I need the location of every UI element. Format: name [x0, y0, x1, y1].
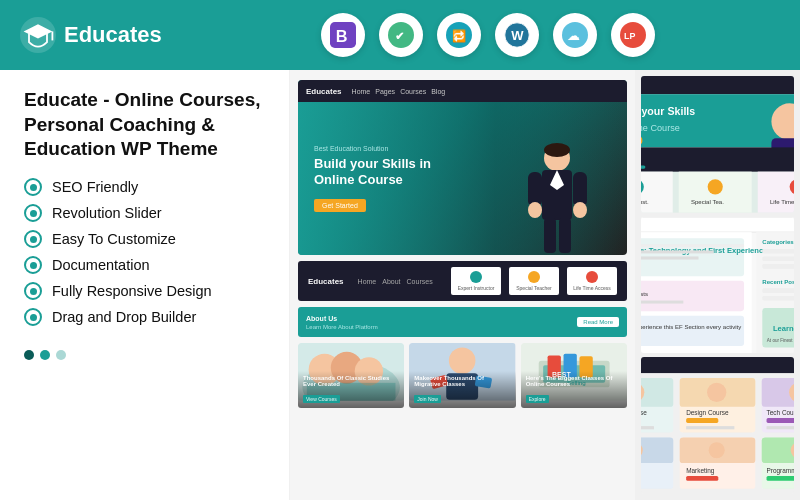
bullet-icon — [24, 282, 42, 300]
svg-rect-19 — [528, 172, 542, 207]
feature-label: SEO Friendly — [52, 179, 138, 195]
svg-text:At our Finest of GP fashion ev: At our Finest of GP fashion every life — [767, 337, 794, 342]
svg-text:Learnds: Learnds — [773, 324, 794, 333]
hero-cta-button[interactable]: Get Started — [314, 199, 366, 212]
svg-rect-75 — [641, 280, 744, 310]
svg-rect-110 — [767, 426, 794, 429]
preview-nav-links: Home Pages Courses Blog — [352, 88, 446, 95]
svg-text:Recent Posts: Recent Posts — [762, 278, 794, 284]
feature-label: Revolution Slider — [52, 205, 162, 221]
course-card-3: BEST Selling Here's The Biggest Classes … — [521, 343, 627, 408]
svg-rect-98 — [641, 426, 654, 429]
feature-slider: Revolution Slider — [24, 204, 265, 222]
preview-nav-logo: Educates — [306, 87, 342, 96]
svg-rect-122 — [762, 438, 794, 464]
svg-point-60 — [708, 179, 723, 194]
about-text: About Us Learn More About Platform — [306, 315, 378, 330]
course-card-2: Makeover Thousands Of Migrative Classes … — [409, 343, 515, 408]
preview-navbar: Educates Home Pages Courses Blog — [298, 80, 627, 102]
preview-about-strip: About Us Learn More About Platform Read … — [298, 307, 627, 337]
right-img-3: Educates Online Course Design Course Tec… — [641, 357, 794, 494]
nav-link-pages: Pages — [375, 88, 395, 95]
svg-rect-23 — [544, 218, 556, 253]
svg-rect-94 — [641, 378, 673, 407]
right-screenshot-3: Educates Online Course Design Course Tec… — [641, 357, 794, 494]
bullet-icon — [24, 308, 42, 326]
course-card-overlay-2: Makeover Thousands Of Migrative Classes … — [409, 371, 515, 408]
svg-rect-86 — [762, 296, 794, 301]
svg-rect-91 — [641, 357, 794, 373]
strip-card-label-2: Special Teacher — [516, 285, 552, 291]
svg-rect-78 — [641, 315, 744, 345]
bullet-icon — [24, 178, 42, 196]
bootstrap-icon: B — [321, 13, 365, 57]
svg-rect-53 — [641, 147, 794, 171]
course-cards-row: Thousands Of Classic Studies Ever Create… — [298, 343, 627, 408]
svg-rect-47 — [641, 94, 794, 147]
preview-dark-strip: Educates Home About Courses Expert Instr… — [298, 261, 627, 301]
strip-nav-about: About — [382, 278, 400, 285]
svg-text:Programming: Programming — [767, 467, 794, 475]
svg-rect-82 — [762, 256, 794, 261]
svg-text:Marketing: Marketing — [686, 467, 715, 475]
svg-text:☁: ☁ — [567, 28, 580, 43]
right-img-1: Educates Build your Skills in Online Cou… — [641, 76, 794, 213]
svg-rect-103 — [686, 418, 718, 423]
strip-cards: Expert Instructor Special Teacher Life T… — [451, 267, 617, 295]
course-card-tag-3[interactable]: Explore — [526, 395, 549, 403]
preview-hero-section: Educates Home Pages Courses Blog Best Ed… — [298, 80, 627, 255]
strip-card-label-1: Expert Instructor — [458, 285, 495, 291]
course-card-tag-1[interactable]: View Courses — [303, 395, 340, 403]
svg-text:Do this experience this EF Sec: Do this experience this EF Section every… — [641, 324, 742, 330]
logo-area: Educates — [20, 17, 180, 53]
nav-link-home: Home — [352, 88, 371, 95]
svg-point-101 — [707, 383, 726, 402]
strip-card-label-3: Life Time Access — [573, 285, 611, 291]
hero-subtitle: Best Education Solution — [314, 145, 431, 152]
svg-text:🔁: 🔁 — [452, 29, 467, 43]
hero-text: Best Education Solution Build your Skill… — [314, 145, 431, 211]
bullet-icon — [24, 256, 42, 274]
revslider-icon: 🔁 — [437, 13, 481, 57]
about-subtitle: Learn More About Platform — [306, 324, 378, 330]
svg-rect-24 — [559, 218, 571, 253]
header: Educates B ✔ 🔁 W ☁ LP — [0, 0, 800, 70]
about-read-more-button[interactable]: Read More — [577, 317, 619, 327]
svg-rect-77 — [641, 300, 683, 303]
svg-rect-74 — [641, 256, 699, 259]
logo-text: Educates — [64, 22, 162, 48]
svg-rect-20 — [573, 172, 587, 207]
svg-text:Categories: Categories — [762, 239, 794, 245]
course-card-tag-2[interactable]: Join Now — [414, 395, 441, 403]
svg-text:Recent Posts: Recent Posts — [641, 291, 648, 297]
svg-rect-45 — [641, 76, 794, 94]
plugin-icons-row: B ✔ 🔁 W ☁ LP — [196, 13, 780, 57]
svg-text:Build your Skills: Build your Skills — [641, 105, 695, 117]
svg-text:in Online Course: in Online Course — [641, 123, 680, 133]
feature-customize: Easy To Customize — [24, 230, 265, 248]
left-panel: Educate - Online Courses, Personal Coach… — [0, 70, 290, 500]
strip-nav-home: Home — [358, 278, 377, 285]
nav-link-courses: Courses — [400, 88, 426, 95]
svg-text:Special Tea.: Special Tea. — [691, 199, 724, 205]
svg-text:Online Course: Online Course — [641, 409, 647, 416]
check-icon: ✔ — [379, 13, 423, 57]
feature-label: Documentation — [52, 257, 150, 273]
feature-seo: SEO Friendly — [24, 178, 265, 196]
feature-label: Fully Responsive Design — [52, 283, 212, 299]
svg-rect-109 — [767, 418, 794, 423]
svg-rect-125 — [767, 476, 794, 481]
course-card-title-1: Thousands Of Classic Studies Ever Create… — [303, 375, 399, 387]
bullet-icon — [24, 230, 42, 248]
svg-rect-72 — [641, 244, 744, 247]
strip-nav-courses: Courses — [407, 278, 433, 285]
svg-point-21 — [528, 202, 542, 218]
strip-card-teacher: Special Teacher — [509, 267, 559, 295]
hero-title: Build your Skills in Online Course — [314, 156, 431, 187]
svg-text:Tech Course: Tech Course — [767, 409, 794, 416]
svg-rect-56 — [641, 172, 673, 213]
course-card-overlay-3: Here's The Biggest Classes Of Online Cou… — [521, 371, 627, 408]
course-card-1: Thousands Of Classic Studies Ever Create… — [298, 343, 404, 408]
learnpress-icon: LP — [611, 13, 655, 57]
svg-rect-81 — [762, 249, 794, 254]
